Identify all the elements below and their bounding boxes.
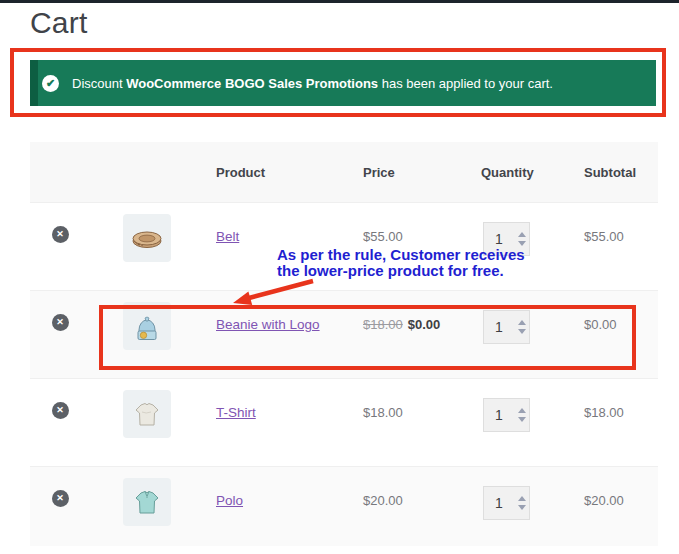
quantity-input[interactable]: 1 bbox=[483, 222, 530, 256]
header-thumbnail bbox=[90, 142, 216, 202]
spinner-down-icon[interactable] bbox=[518, 329, 526, 334]
product-link[interactable]: T-Shirt bbox=[216, 405, 256, 420]
quantity-cell: 1 bbox=[470, 379, 560, 466]
spinner-up-icon[interactable] bbox=[518, 232, 526, 237]
spinner-up-icon[interactable] bbox=[518, 320, 526, 325]
quantity-spinner bbox=[514, 399, 529, 431]
product-cell: Beanie with Logo bbox=[216, 291, 363, 378]
subtotal-amount: $18.00 bbox=[584, 405, 624, 420]
original-price: $18.00 bbox=[363, 317, 403, 332]
product-link[interactable]: Beanie with Logo bbox=[216, 317, 320, 332]
subtotal-amount: $0.00 bbox=[584, 317, 617, 332]
quantity-spinner bbox=[514, 223, 529, 255]
quantity-value: 1 bbox=[484, 495, 514, 511]
spinner-down-icon[interactable] bbox=[518, 505, 526, 510]
thumbnail-cell bbox=[90, 467, 216, 546]
price-amount: $55.00 bbox=[363, 229, 403, 244]
product-cell: Polo bbox=[216, 467, 363, 546]
product-cell: Belt bbox=[216, 203, 363, 290]
header-subtotal: Subtotal bbox=[560, 142, 658, 202]
cart-page: Cart ✔ Discount WooCommerce BOGO Sales P… bbox=[0, 0, 679, 554]
notice-text: Discount WooCommerce BOGO Sales Promotio… bbox=[72, 76, 553, 91]
quantity-cell: 1 bbox=[470, 291, 560, 378]
header-price: Price bbox=[363, 142, 470, 202]
price-cell: $18.00$0.00 bbox=[363, 291, 470, 378]
beanie-thumbnail[interactable] bbox=[123, 302, 171, 350]
cart-rows: ✕ Belt$55.001$55.00✕ Beanie with Logo$18… bbox=[30, 202, 658, 546]
discount-name: WooCommerce BOGO Sales Promotions bbox=[126, 76, 378, 91]
window-top-border bbox=[0, 0, 679, 3]
polo-thumbnail[interactable] bbox=[123, 478, 171, 526]
remove-item-button[interactable]: ✕ bbox=[52, 490, 69, 507]
remove-item-button[interactable]: ✕ bbox=[52, 402, 69, 419]
cart-row: ✕ Polo$20.001$20.00 bbox=[30, 466, 658, 546]
quantity-spinner bbox=[514, 311, 529, 343]
quantity-value: 1 bbox=[484, 319, 514, 335]
quantity-value: 1 bbox=[484, 231, 514, 247]
product-cell: T-Shirt bbox=[216, 379, 363, 466]
thumbnail-cell bbox=[90, 203, 216, 290]
product-link[interactable]: Belt bbox=[216, 229, 239, 244]
header-quantity: Quantity bbox=[470, 142, 560, 202]
cart-row: ✕ Belt$55.001$55.00 bbox=[30, 202, 658, 290]
quantity-input[interactable]: 1 bbox=[483, 398, 530, 432]
quantity-cell: 1 bbox=[470, 203, 560, 290]
discount-applied-notice: ✔ Discount WooCommerce BOGO Sales Promot… bbox=[30, 60, 656, 106]
cart-row: ✕ T-Shirt$18.001$18.00 bbox=[30, 378, 658, 466]
price-cell: $55.00 bbox=[363, 203, 470, 290]
header-remove bbox=[30, 142, 90, 202]
subtotal-amount: $55.00 bbox=[584, 229, 624, 244]
remove-item-button[interactable]: ✕ bbox=[52, 314, 69, 331]
remove-cell: ✕ bbox=[30, 379, 90, 466]
quantity-input[interactable]: 1 bbox=[483, 486, 530, 520]
subtotal-cell: $55.00 bbox=[560, 203, 658, 290]
remove-cell: ✕ bbox=[30, 203, 90, 290]
spinner-down-icon[interactable] bbox=[518, 241, 526, 246]
remove-cell: ✕ bbox=[30, 291, 90, 378]
thumbnail-cell bbox=[90, 379, 216, 466]
remove-item-button[interactable]: ✕ bbox=[52, 226, 69, 243]
check-circle-icon: ✔ bbox=[42, 75, 59, 92]
quantity-cell: 1 bbox=[470, 467, 560, 546]
price-amount: $18.00 bbox=[363, 405, 403, 420]
cart-table-header: Product Price Quantity Subtotal bbox=[30, 142, 658, 202]
subtotal-amount: $20.00 bbox=[584, 493, 624, 508]
page-title: Cart bbox=[30, 6, 87, 40]
tshirt-thumbnail[interactable] bbox=[123, 390, 171, 438]
header-product: Product bbox=[216, 142, 363, 202]
quantity-input[interactable]: 1 bbox=[483, 310, 530, 344]
cart-row: ✕ Beanie with Logo$18.00$0.001$0.00 bbox=[30, 290, 658, 378]
thumbnail-cell bbox=[90, 291, 216, 378]
price-cell: $18.00 bbox=[363, 379, 470, 466]
price-amount: $20.00 bbox=[363, 493, 403, 508]
spinner-up-icon[interactable] bbox=[518, 496, 526, 501]
discounted-price: $0.00 bbox=[408, 317, 441, 332]
subtotal-cell: $20.00 bbox=[560, 467, 658, 546]
remove-cell: ✕ bbox=[30, 467, 90, 546]
cart-table: Product Price Quantity Subtotal ✕ Belt$5… bbox=[30, 142, 658, 546]
quantity-value: 1 bbox=[484, 407, 514, 423]
spinner-up-icon[interactable] bbox=[518, 408, 526, 413]
subtotal-cell: $18.00 bbox=[560, 379, 658, 466]
belt-thumbnail[interactable] bbox=[123, 214, 171, 262]
quantity-spinner bbox=[514, 487, 529, 519]
product-link[interactable]: Polo bbox=[216, 493, 243, 508]
price-cell: $20.00 bbox=[363, 467, 470, 546]
spinner-down-icon[interactable] bbox=[518, 417, 526, 422]
subtotal-cell: $0.00 bbox=[560, 291, 658, 378]
